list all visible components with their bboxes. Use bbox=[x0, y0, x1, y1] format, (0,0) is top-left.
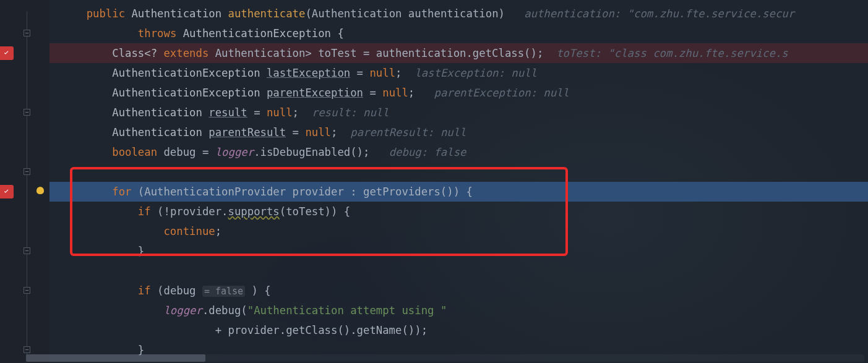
code-blank-line[interactable] bbox=[49, 261, 868, 281]
code-line[interactable]: AuthenticationException parentException … bbox=[49, 83, 868, 103]
code-line[interactable]: AuthenticationException lastException = … bbox=[49, 63, 868, 83]
code-token: lastException: null bbox=[415, 67, 537, 79]
code-token: parentException bbox=[267, 87, 363, 99]
code-token: (toTest)) { bbox=[280, 205, 350, 218]
code-token: = bbox=[363, 87, 382, 99]
code-token: debug = bbox=[163, 146, 215, 158]
code-line[interactable]: for (AuthenticationProvider provider : g… bbox=[49, 182, 868, 202]
code-token: ; bbox=[293, 106, 299, 119]
code-token: AuthenticationException bbox=[112, 87, 267, 99]
code-token: parentException: null bbox=[434, 87, 569, 99]
code-editor[interactable]: public Authentication authenticate(Authe… bbox=[49, 0, 868, 360]
code-token bbox=[337, 126, 350, 139]
code-line[interactable]: public Authentication authenticate(Authe… bbox=[49, 4, 868, 23]
code-line[interactable]: + provider.getClass().getName()); bbox=[49, 320, 868, 340]
code-token: null bbox=[267, 106, 293, 119]
code-token: boolean bbox=[112, 146, 163, 158]
code-token: = bbox=[350, 67, 369, 79]
code-token bbox=[543, 47, 556, 59]
code-token: null bbox=[369, 67, 395, 79]
code-token: = false bbox=[202, 286, 245, 297]
code-token: AuthenticationException { bbox=[183, 27, 344, 40]
code-token: supports bbox=[228, 205, 280, 218]
code-token: authentication: "com.zhu.fte.service.sec… bbox=[524, 7, 794, 20]
code-token: = bbox=[286, 126, 305, 139]
code-token: Class<? bbox=[112, 47, 163, 59]
breakpoint-icon[interactable] bbox=[0, 185, 14, 199]
code-token bbox=[299, 106, 312, 119]
code-token: result bbox=[208, 106, 247, 119]
fold-toggle-icon[interactable] bbox=[24, 346, 30, 353]
code-line[interactable]: if (!provider.supports(toTest)) { bbox=[49, 202, 868, 221]
code-token: parentResult bbox=[208, 126, 286, 139]
code-token: ) { bbox=[245, 284, 271, 297]
code-token: extends bbox=[163, 47, 215, 59]
code-token bbox=[369, 146, 389, 158]
code-token: .isDebugEnabled(); bbox=[254, 146, 369, 158]
code-token: if bbox=[138, 284, 157, 297]
code-line[interactable]: } bbox=[49, 241, 868, 261]
breakpoint-icon[interactable] bbox=[0, 46, 14, 60]
code-line[interactable]: Class<? extends Authentication> toTest =… bbox=[49, 43, 868, 63]
code-token: ; bbox=[215, 225, 221, 237]
code-token: null bbox=[382, 87, 408, 99]
editor-gutter[interactable] bbox=[0, 0, 49, 363]
code-token: "Authentication attempt using " bbox=[247, 304, 447, 317]
horizontal-scrollbar[interactable] bbox=[26, 354, 864, 362]
fold-toggle-icon[interactable] bbox=[24, 247, 30, 254]
code-line[interactable]: Authentication parentResult = null; pare… bbox=[49, 122, 868, 142]
code-token: = bbox=[247, 106, 267, 119]
code-token: ; bbox=[408, 87, 415, 99]
fold-guide bbox=[27, 11, 27, 355]
code-token: Authentication bbox=[112, 126, 208, 139]
code-token: Authentication bbox=[131, 7, 228, 20]
code-token: Authentication> toTest = authentication.… bbox=[215, 47, 544, 59]
code-token: parentResult: null bbox=[350, 126, 466, 139]
code-token: } bbox=[138, 245, 144, 257]
code-token: lastException bbox=[267, 67, 350, 79]
fold-toggle-icon[interactable] bbox=[24, 109, 30, 116]
code-token: null bbox=[305, 126, 331, 139]
code-token: public bbox=[87, 7, 132, 20]
code-token: AuthenticationException bbox=[112, 67, 267, 79]
code-token: for bbox=[112, 186, 138, 198]
code-token: (debug bbox=[157, 284, 202, 297]
code-token: continue bbox=[163, 225, 215, 237]
code-token: (AuthenticationProvider provider : getPr… bbox=[138, 186, 473, 198]
code-token: if bbox=[138, 205, 157, 218]
code-token: debug: false bbox=[389, 146, 466, 158]
code-token: Authentication bbox=[112, 106, 208, 119]
code-token: + provider.getClass().getName()); bbox=[215, 324, 428, 336]
code-line[interactable]: logger.debug("Authentication attempt usi… bbox=[49, 301, 868, 320]
code-token: .debug( bbox=[202, 304, 247, 317]
intention-bulb-icon[interactable] bbox=[35, 186, 46, 197]
code-token bbox=[415, 87, 434, 99]
fold-toggle-icon[interactable] bbox=[24, 287, 30, 294]
code-token: ; bbox=[395, 67, 402, 79]
code-token: logger bbox=[215, 146, 254, 158]
horizontal-scrollbar-thumb[interactable] bbox=[26, 354, 205, 362]
code-token: authenticate bbox=[228, 7, 306, 20]
fold-toggle-icon[interactable] bbox=[24, 30, 30, 36]
code-line[interactable]: throws AuthenticationException { bbox=[49, 23, 868, 43]
code-line[interactable]: if (debug = false ) { bbox=[49, 281, 868, 301]
code-token: (Authentication authentication) bbox=[305, 7, 505, 20]
code-line[interactable]: Authentication result = null; result: nu… bbox=[49, 103, 868, 122]
code-token: (!provider. bbox=[157, 205, 228, 218]
code-token: toTest: "class com.zhu.fte.service.s bbox=[556, 47, 788, 59]
code-token: ; bbox=[331, 126, 337, 139]
code-token: logger bbox=[163, 304, 202, 317]
code-token bbox=[505, 7, 524, 20]
code-line[interactable]: boolean debug = logger.isDebugEnabled();… bbox=[49, 142, 868, 162]
code-line[interactable]: continue; bbox=[49, 221, 868, 241]
code-token: throws bbox=[138, 27, 183, 40]
fold-toggle-icon[interactable] bbox=[24, 168, 30, 175]
code-token bbox=[402, 67, 415, 79]
code-blank-line[interactable] bbox=[49, 162, 868, 182]
code-token: result: null bbox=[312, 106, 389, 119]
